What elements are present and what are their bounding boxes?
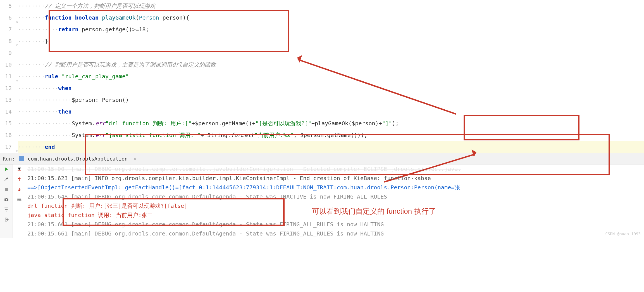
console-line: 21:00:15.661 [main] DEBUG org.drools.cor… bbox=[27, 229, 642, 238]
line-14[interactable]: ············then bbox=[18, 106, 644, 117]
run-label: Run: bbox=[3, 155, 15, 163]
fold-icon[interactable]: ⊟ bbox=[16, 75, 20, 78]
wrench-icon[interactable] bbox=[4, 177, 9, 182]
run-panel: 21:00:15:00. [main] DEBUG org.drools.com… bbox=[0, 164, 644, 238]
run-icon[interactable] bbox=[4, 167, 9, 172]
line-9[interactable] bbox=[18, 47, 644, 59]
close-icon[interactable]: × bbox=[133, 155, 136, 163]
exit-icon[interactable] bbox=[4, 217, 9, 222]
line-17[interactable]: ⊟········end bbox=[18, 141, 644, 153]
console-line: 21:00:15:00. [main] DEBUG org.drools.com… bbox=[27, 164, 642, 174]
fold-icon[interactable]: ⊟ bbox=[16, 39, 20, 43]
arrow-up-icon[interactable] bbox=[17, 177, 22, 182]
line-15[interactable]: ················System.err"drl function … bbox=[18, 117, 644, 129]
wrap-icon[interactable] bbox=[17, 197, 22, 202]
code-body[interactable]: ········// 定义一个方法，判断用户是否可以玩游戏 ⊟········f… bbox=[16, 0, 644, 153]
line-6[interactable]: ⊟········function boolean playGameOk(Per… bbox=[18, 12, 644, 23]
console-output[interactable]: 21:00:15:00. [main] DEBUG org.drools.com… bbox=[26, 164, 644, 238]
run-tool-column bbox=[0, 164, 13, 238]
fold-icon[interactable]: ⊟ bbox=[16, 16, 20, 19]
filter-icon[interactable] bbox=[4, 207, 9, 212]
watermark: CSDN @huan_1993 bbox=[605, 231, 641, 237]
app-icon bbox=[19, 156, 24, 161]
camera-icon[interactable] bbox=[4, 197, 9, 202]
arrow-down-icon[interactable] bbox=[17, 187, 22, 192]
line-12[interactable]: ············when bbox=[18, 82, 644, 94]
line-gutter: 5 6 7 8 9 10 11 12 13 14 15 16 17 bbox=[0, 0, 16, 153]
annotation-text: 可以看到我们自定义的 function 执行了 bbox=[312, 205, 436, 217]
line-5[interactable]: ········// 定义一个方法，判断用户是否可以玩游戏 bbox=[18, 0, 644, 12]
svg-point-1 bbox=[6, 199, 7, 201]
underline-icon[interactable] bbox=[17, 167, 22, 172]
fold-icon[interactable]: ⊟ bbox=[16, 145, 20, 149]
svg-rect-0 bbox=[5, 188, 8, 191]
run-toolbar: Run: com.huan.drools.DroolsApplication × bbox=[0, 153, 644, 164]
console-line: ==>[ObjectInsertedEventImpl: getFactHand… bbox=[27, 183, 642, 192]
line-10[interactable]: ········// 判断用户是否可以玩游戏，主要是为了测试调用drl自定义的函… bbox=[18, 59, 644, 70]
line-16[interactable]: ················System.err"java static f… bbox=[18, 129, 644, 141]
run-tool-column-2 bbox=[13, 164, 26, 238]
line-11[interactable]: ⊟········rule "rule_can_play_game" bbox=[18, 70, 644, 82]
line-8[interactable]: ⊟········} bbox=[18, 35, 644, 47]
line-13[interactable]: ················$person: Person() bbox=[18, 94, 644, 106]
stop-icon[interactable] bbox=[4, 187, 9, 192]
code-editor[interactable]: 5 6 7 8 9 10 11 12 13 14 15 16 17 ······… bbox=[0, 0, 644, 153]
run-tab[interactable]: com.huan.drools.DroolsApplication bbox=[28, 155, 128, 163]
console-line: 21:00:15.623 [main] INFO org.drools.comp… bbox=[27, 174, 642, 183]
annotation-box-output bbox=[63, 198, 285, 226]
line-7[interactable]: ············return person.getAge()>=18; bbox=[18, 23, 644, 35]
